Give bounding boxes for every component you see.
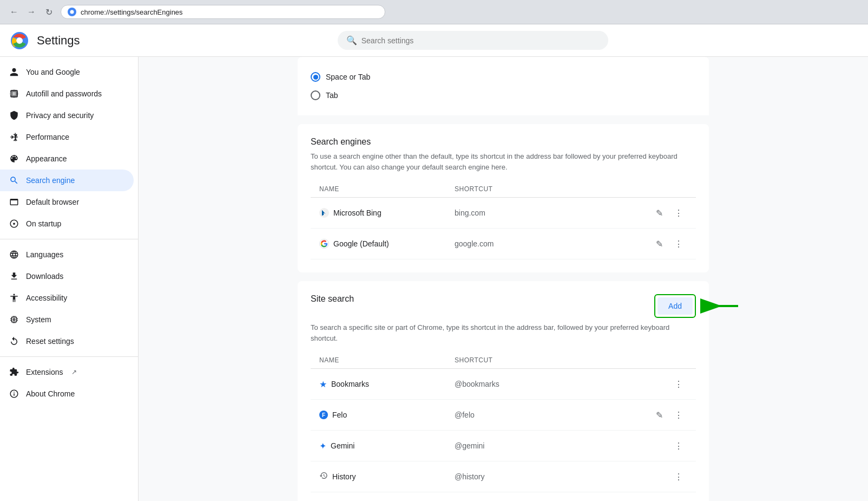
sidebar-label-autofill: Autofill and passwords	[26, 89, 102, 98]
radio-tab-label: Tab	[326, 91, 338, 100]
edit-bing-button[interactable]: ✎	[650, 204, 668, 222]
site-shortcut-history: @history	[455, 472, 590, 481]
chrome-logo-small-icon	[68, 8, 76, 16]
table-row: F Felo @felo ✎ ⋮	[311, 400, 696, 431]
reload-button[interactable]: ↻	[41, 4, 56, 19]
add-button-highlight: Add	[654, 294, 696, 318]
bookmarks-actions: ⋮	[590, 375, 687, 393]
google-icon	[319, 239, 329, 249]
sidebar-item-reset[interactable]: Reset settings	[0, 330, 134, 352]
sidebar-label-downloads: Downloads	[26, 272, 63, 281]
sidebar-item-appearance[interactable]: Appearance	[0, 148, 134, 170]
col-header-shortcut-1: Shortcut	[455, 185, 590, 193]
system-icon	[9, 314, 19, 325]
sidebar-item-system[interactable]: System	[0, 309, 134, 330]
site-search-title: Site search	[311, 294, 354, 304]
sidebar-item-on-startup[interactable]: On startup	[0, 213, 134, 235]
sidebar-divider-1	[0, 239, 138, 239]
external-link-icon: ↗	[71, 368, 77, 376]
content-area: Space or Tab Tab Search engines To use a…	[139, 57, 868, 501]
radio-tab[interactable]: Tab	[311, 86, 696, 105]
svg-point-1	[70, 10, 74, 14]
sidebar: You and Google Autofill and passwords Pr…	[0, 57, 139, 501]
svg-point-4	[13, 223, 15, 225]
sidebar-label-appearance: Appearance	[26, 154, 67, 163]
sidebar-label-privacy: Privacy and security	[26, 111, 94, 120]
reset-icon	[9, 336, 19, 347]
forward-button[interactable]: →	[24, 4, 39, 19]
engine-shortcut-bing: bing.com	[455, 209, 590, 217]
search-bar[interactable]: 🔍	[338, 31, 608, 50]
edit-google-button[interactable]: ✎	[650, 235, 668, 252]
address-bar[interactable]: chrome://settings/searchEngines	[61, 5, 385, 19]
sidebar-item-about[interactable]: About Chrome	[0, 383, 134, 405]
sidebar-item-languages[interactable]: Languages	[0, 244, 134, 265]
sidebar-item-accessibility[interactable]: Accessibility	[0, 287, 134, 309]
languages-icon	[9, 249, 19, 260]
site-name-bookmarks: ★ Bookmarks	[319, 379, 455, 389]
more-gemini-button[interactable]: ⋮	[670, 437, 687, 454]
sidebar-item-search-engine[interactable]: Search engine	[0, 170, 134, 191]
sidebar-label-search-engine: Search engine	[26, 176, 75, 185]
back-button[interactable]: ←	[6, 4, 22, 19]
sidebar-item-privacy[interactable]: Privacy and security	[0, 105, 134, 126]
table-row: Microsoft Bing bing.com ✎ ⋮	[311, 198, 696, 229]
sidebar-label-default-browser: Default browser	[26, 198, 79, 206]
bing-actions: ✎ ⋮	[590, 204, 687, 222]
radio-space-or-tab[interactable]: Space or Tab	[311, 68, 696, 86]
felo-actions: ✎ ⋮	[590, 406, 687, 424]
sidebar-item-autofill[interactable]: Autofill and passwords	[0, 83, 134, 105]
search-engines-desc: To use a search engine other than the de…	[311, 151, 696, 172]
search-engine-icon	[9, 175, 19, 186]
search-engines-title: Search engines	[311, 137, 696, 147]
add-site-search-button[interactable]: Add	[657, 297, 693, 315]
chrome-logo-icon	[11, 32, 28, 49]
sidebar-item-default-browser[interactable]: Default browser	[0, 191, 134, 213]
sidebar-item-extensions[interactable]: Extensions ↗	[0, 361, 134, 383]
sidebar-label-about: About Chrome	[26, 389, 75, 398]
sidebar-label-system: System	[26, 315, 51, 324]
sidebar-label-languages: Languages	[26, 250, 63, 259]
site-label-bookmarks: Bookmarks	[331, 380, 369, 388]
page-title: Settings	[37, 34, 80, 48]
sidebar-item-performance[interactable]: Performance	[0, 126, 134, 148]
search-input[interactable]	[361, 36, 600, 45]
sidebar-label-on-startup: On startup	[26, 219, 61, 228]
sidebar-item-you-and-google[interactable]: You and Google	[0, 61, 134, 83]
col-header-name-1: Name	[319, 185, 455, 193]
more-history-button[interactable]: ⋮	[670, 468, 687, 485]
site-label-history: History	[332, 472, 356, 481]
more-tabs-button[interactable]: ⋮	[670, 499, 687, 501]
bing-icon	[319, 208, 329, 218]
radio-space-or-tab-label: Space or Tab	[326, 73, 370, 81]
radio-space-or-tab-circle[interactable]	[311, 72, 320, 82]
history-icon	[319, 471, 328, 482]
site-label-gemini: Gemini	[331, 441, 354, 450]
sidebar-label-you-and-google: You and Google	[26, 68, 80, 76]
table-row: ✦ Gemini @gemini ⋮	[311, 431, 696, 461]
col-header-name-2: Name	[319, 356, 455, 364]
performance-icon	[9, 132, 19, 142]
content-inner: Space or Tab Tab Search engines To use a…	[287, 57, 720, 501]
table-row: Google (Default) google.com ✎ ⋮	[311, 229, 696, 259]
radio-tab-circle[interactable]	[311, 90, 320, 100]
main-layout: You and Google Autofill and passwords Pr…	[0, 57, 868, 501]
startup-icon	[9, 218, 19, 229]
engine-name-label-google: Google (Default)	[333, 239, 389, 248]
search-engines-section: Search engines To use a search engine ot…	[298, 124, 709, 272]
site-shortcut-bookmarks: @bookmarks	[455, 380, 590, 388]
edit-felo-button[interactable]: ✎	[650, 406, 668, 424]
autofill-icon	[9, 88, 19, 99]
more-felo-button[interactable]: ⋮	[670, 406, 687, 424]
table-row: History @history ⋮	[311, 461, 696, 492]
accessibility-icon	[9, 292, 19, 303]
sidebar-item-downloads[interactable]: Downloads	[0, 265, 134, 287]
more-bookmarks-button[interactable]: ⋮	[670, 375, 687, 393]
sidebar-label-performance: Performance	[26, 133, 69, 141]
site-search-header: Site search Add	[311, 294, 696, 318]
sidebar-label-extensions: Extensions	[26, 368, 63, 376]
about-icon	[9, 388, 19, 399]
more-bing-button[interactable]: ⋮	[670, 204, 687, 222]
more-google-button[interactable]: ⋮	[670, 235, 687, 252]
site-name-history: History	[319, 471, 455, 482]
